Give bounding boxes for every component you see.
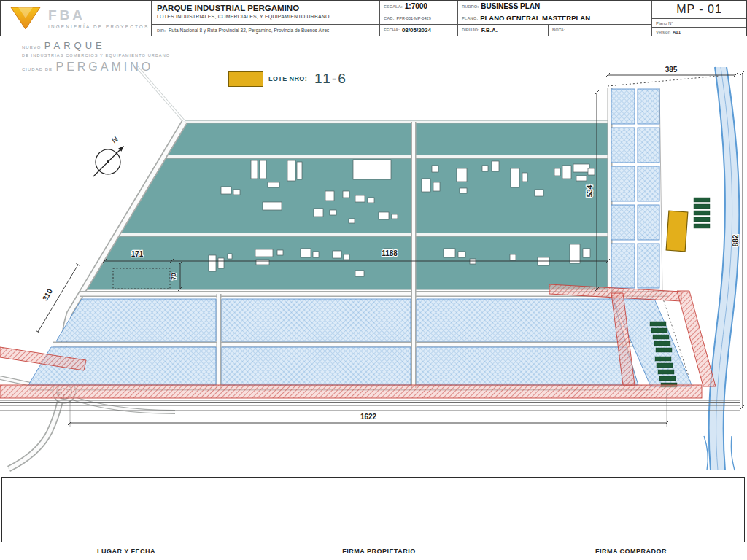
compass-north-label: N [109,134,120,144]
company-name: FBA [48,7,149,23]
cad-value: PPR-001-MP-0429 [397,16,431,20]
dir-label: DIR: [157,28,166,33]
plano-n-label: Plano N° [656,21,673,26]
plano-label: PLANO: [462,16,478,20]
company-tagline: INGENIERÍA DE PROYECTOS [48,24,149,29]
dim-1622: 1622 [360,413,377,421]
dim-1188: 1188 [382,249,398,257]
lot-color-swatch [228,71,263,87]
meta-cell: ESCALA: 1:7000 CAD: PPR-001-MP-0429 FECH… [379,1,457,36]
sheet-code: MP - 01 [652,1,746,18]
branding-parque: PARQUE [44,40,106,51]
rubro-value: BUSINESS PLAN [481,2,540,10]
escala-value: 1:7000 [405,2,427,10]
fecha-value: 08/05/2024 [402,27,431,34]
nota-label: NOTA: [552,28,565,32]
lot-legend: LOTE NRO: 11-6 [228,71,347,87]
signature-line [276,545,482,545]
river [704,67,739,470]
north-compass-icon: N [93,134,124,176]
version-label: Version [656,30,670,34]
dim-171: 171 [131,250,144,258]
lot-legend-number: 11-6 [314,71,347,87]
dibujo-label: DIBUJO: [462,28,479,32]
highlighted-lot-11-6 [666,211,688,252]
branding-pergamino: PERGAMINO [55,61,153,73]
rubro-label: RUBRO: [462,4,479,9]
dim-385: 385 [665,66,678,74]
branding-line2: DE INDUSTRIAS COMERCIOS Y EQUIPAMIENTO U… [22,53,170,58]
logo-cell: FBA INGENIERÍA DE PROYECTOS [1,1,151,36]
branding-nuevo: NUEVO [22,45,41,50]
title-block: FBA INGENIERÍA DE PROYECTOS PARQUE INDUS… [0,0,747,36]
signature-line [530,545,732,545]
branding-block: NUEVO PARQUE DE INDUSTRIAS COMERCIOS Y E… [22,38,170,74]
signature-label: LUGAR Y FECHA [26,548,227,555]
plan-info-cell: RUBRO: BUSINESS PLAN PLANO: PLANO GENERA… [457,1,651,36]
fba-logo-icon [9,4,42,32]
project-title: PARQUE INDUSTRIAL PERGAMINO [157,4,374,12]
plano-value: PLANO GENERAL MASTERPLAN [480,14,590,22]
sheet-number-cell: MP - 01 Plano N° Version A01 [651,1,746,36]
fecha-label: FECHA: [384,28,400,32]
dim-310: 310 [41,287,54,302]
cad-label: CAD: [384,16,395,20]
signature-label: FIRMA PROPIETARIO [276,548,482,555]
branding-ciudad-de: CIUDAD DE [22,67,53,71]
dir-value: Ruta Nacional 8 y Ruta Provincial 32, Pe… [169,28,329,33]
dim-882: 882 [732,234,740,246]
version-value: A01 [673,30,681,34]
dim-70: 70 [170,273,177,280]
lot-legend-label: LOTE NRO: [268,75,307,82]
notes-box [1,477,745,542]
project-cell: PARQUE INDUSTRIAL PERGAMINO LOTES INDUST… [151,1,379,36]
project-subtitle: LOTES INDUSTRIALES, COMERCIALES, Y EQUIP… [157,14,374,19]
escala-label: ESCALA: [384,4,403,9]
signature-owner: FIRMA PROPIETARIO [276,545,482,555]
signature-label: FIRMA COMPRADOR [530,548,732,555]
dibujo-value: F.B.A. [481,27,498,34]
plan-sheet: 385 534 882 171 1188 70 310 1622 N [0,0,747,560]
signature-buyer: FIRMA COMPRADOR [530,545,732,555]
dim-534: 534 [586,184,594,197]
masterplan-drawing: 385 534 882 171 1188 70 310 1622 N [0,0,747,560]
industrial-area [85,122,610,289]
signature-place-date: LUGAR Y FECHA [26,545,227,555]
signature-line [26,545,227,545]
